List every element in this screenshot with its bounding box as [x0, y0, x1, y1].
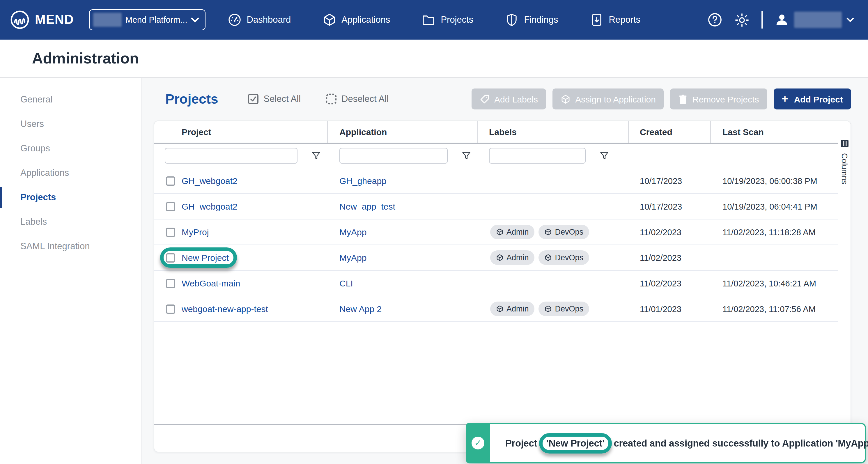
row-checkbox[interactable]: [166, 227, 175, 237]
sidebar-item-applications[interactable]: Applications: [0, 161, 141, 185]
project-link[interactable]: webgoat-new-app-test: [182, 304, 268, 314]
application-link[interactable]: CLI: [339, 278, 353, 288]
sidebar-item-label: General: [20, 94, 52, 105]
project-link[interactable]: GH_webgoat2: [182, 202, 238, 211]
remove-projects-button[interactable]: Remove Projects: [670, 89, 767, 110]
sidebar-item-saml-integration[interactable]: SAML Integration: [0, 234, 141, 258]
label-pill[interactable]: DevOps: [539, 302, 589, 316]
sidebar-item-general[interactable]: General: [0, 87, 141, 112]
sidebar-item-groups[interactable]: Groups: [0, 136, 141, 161]
application-link[interactable]: New_app_test: [339, 202, 395, 211]
filter-funnel-icon[interactable]: [462, 151, 471, 160]
label-pill[interactable]: Admin: [490, 250, 535, 265]
table-row-new-project: New Project MyApp Admin DevOps 11/02/202…: [154, 245, 838, 271]
nav-item-reports[interactable]: Reports: [590, 13, 641, 27]
sidebar-item-label: Projects: [20, 192, 56, 203]
nav-item-label: Projects: [441, 14, 473, 25]
assign-to-application-label: Assign to Application: [575, 94, 656, 104]
help-icon[interactable]: [707, 12, 722, 27]
columns-panel-toggle[interactable]: Columns: [838, 121, 850, 452]
navbar-divider: [762, 11, 763, 29]
table-row: MyProj MyApp Admin DevOps 11/02/2023 11/…: [154, 219, 838, 245]
project-filter-input[interactable]: [165, 148, 298, 163]
mend-admin-page: MEND Mend Platform... Dashboard: [0, 0, 868, 464]
user-menu[interactable]: [774, 12, 854, 28]
application-filter-input[interactable]: [339, 148, 448, 163]
projects-toolbar: Projects Select All: [154, 87, 851, 111]
label-pill[interactable]: DevOps: [539, 225, 589, 239]
filter-funnel-icon[interactable]: [311, 151, 321, 160]
folder-icon: [422, 13, 435, 27]
nav-item-label: Findings: [524, 14, 558, 25]
label-pill[interactable]: Admin: [490, 302, 535, 316]
column-header-last-scan[interactable]: Last Scan: [711, 121, 838, 143]
row-checkbox[interactable]: [166, 253, 175, 262]
project-link[interactable]: New Project: [182, 253, 229, 262]
deselect-all-button[interactable]: Deselect All: [325, 93, 389, 105]
select-all-label: Select All: [264, 94, 301, 104]
labels-filter-input[interactable]: [489, 148, 586, 163]
project-link[interactable]: GH_webgoat2: [182, 176, 238, 186]
add-labels-button[interactable]: Add Labels: [471, 89, 546, 110]
label-pill[interactable]: DevOps: [539, 250, 589, 265]
chevron-down-icon: [191, 17, 199, 23]
page-header: Administration: [0, 39, 868, 78]
nav-item-projects[interactable]: Projects: [422, 13, 473, 27]
application-link[interactable]: MyApp: [339, 253, 367, 262]
add-project-button[interactable]: + Add Project: [773, 89, 851, 110]
toast-message: Project 'New Project' created and assign…: [490, 424, 868, 462]
created-date: 11/02/2023: [640, 253, 681, 262]
user-avatar-icon: [774, 12, 789, 27]
toast-text-prefix: Project: [505, 437, 537, 448]
cube-icon: [561, 94, 570, 104]
table-row: WebGoat-main CLI 11/02/2023 11/02/2023, …: [154, 271, 838, 296]
label-pill[interactable]: Admin: [490, 225, 535, 239]
columns-tab-label: Columns: [840, 153, 849, 184]
remove-projects-label: Remove Projects: [692, 94, 759, 104]
filter-funnel-icon[interactable]: [600, 151, 609, 160]
settings-gear-icon[interactable]: [734, 12, 750, 28]
toast-text-suffix: created and assigned successfully to App…: [614, 437, 868, 448]
admin-sidebar: General Users Groups Applications Projec…: [0, 78, 142, 464]
project-link[interactable]: MyProj: [182, 227, 209, 237]
sidebar-item-users[interactable]: Users: [0, 112, 141, 136]
dashboard-icon: [228, 13, 242, 27]
checked-checkbox-icon: [247, 93, 259, 105]
mend-logo-icon: [9, 9, 30, 30]
row-checkbox[interactable]: [166, 279, 175, 288]
nav-item-label: Reports: [609, 14, 641, 25]
deselect-all-label: Deselect All: [341, 94, 389, 104]
sidebar-item-labels[interactable]: Labels: [0, 210, 141, 234]
brand-name: MEND: [35, 12, 74, 27]
nav-item-applications[interactable]: Applications: [322, 13, 390, 27]
last-scan-date: 10/19/2023, 06:04:41 PM: [722, 202, 817, 211]
project-link[interactable]: WebGoat-main: [182, 278, 240, 288]
application-link[interactable]: GH_gheapp: [339, 176, 386, 186]
application-link[interactable]: New App 2: [339, 304, 382, 314]
sidebar-item-label: Users: [20, 119, 44, 129]
nav-item-findings[interactable]: Findings: [505, 13, 558, 27]
row-checkbox[interactable]: [166, 304, 175, 313]
nav-item-dashboard[interactable]: Dashboard: [228, 13, 291, 27]
org-selector-label: Mend Platform...: [125, 15, 187, 25]
row-checkbox[interactable]: [166, 176, 175, 185]
navbar-right: [707, 11, 854, 29]
column-header-project[interactable]: Project: [154, 121, 328, 143]
shield-icon: [505, 13, 519, 27]
row-checkbox[interactable]: [166, 202, 175, 211]
sidebar-item-label: SAML Integration: [20, 241, 90, 251]
org-selector-dropdown[interactable]: Mend Platform...: [89, 9, 206, 30]
last-scan-date: 11/02/2023, 10:46:21 AM: [722, 279, 816, 288]
select-all-button[interactable]: Select All: [247, 93, 301, 105]
sidebar-item-projects[interactable]: Projects: [0, 185, 141, 210]
redacted-user-name: [794, 12, 842, 28]
table-row: GH_webgoat2 GH_gheapp 10/17/2023 10/19/2…: [154, 168, 838, 194]
column-header-labels[interactable]: Labels: [478, 121, 629, 143]
mend-logo[interactable]: MEND: [9, 9, 74, 30]
column-header-created[interactable]: Created: [629, 121, 711, 143]
application-link[interactable]: MyApp: [339, 227, 367, 237]
created-date: 11/02/2023: [640, 279, 681, 288]
assign-to-application-button[interactable]: Assign to Application: [553, 89, 664, 110]
success-toast: ✓ Project 'New Project' created and assi…: [466, 423, 866, 463]
column-header-application[interactable]: Application: [328, 121, 478, 143]
